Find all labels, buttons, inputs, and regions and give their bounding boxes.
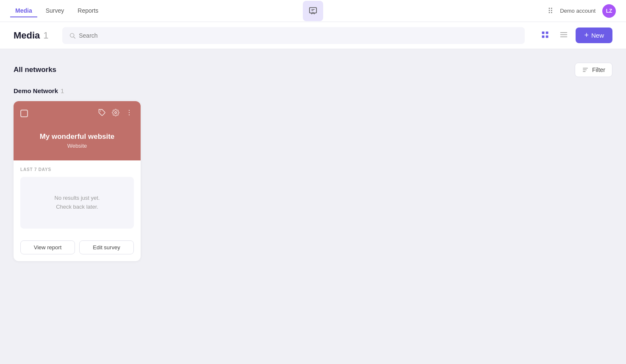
svg-rect-7: [542, 36, 545, 38]
nav-right: ⠿ Demo account LZ: [548, 4, 616, 18]
svg-point-19: [129, 112, 130, 113]
filter-label: Filter: [592, 66, 605, 73]
more-icon: [125, 109, 133, 116]
more-button[interactable]: [125, 108, 134, 119]
svg-point-18: [129, 110, 130, 111]
svg-point-20: [129, 114, 130, 115]
empty-line1: No results just yet.: [55, 195, 100, 201]
card-header-icons: [97, 108, 134, 119]
search-bar[interactable]: [62, 27, 525, 44]
svg-rect-8: [546, 36, 548, 38]
page-title: Media: [14, 30, 40, 41]
card-header: My wonderful website Website: [14, 101, 141, 160]
search-icon: [69, 32, 76, 39]
new-button[interactable]: + New: [576, 28, 612, 43]
card-subtitle: Website: [20, 143, 134, 149]
grid-view-icon: [541, 30, 549, 39]
cards-grid: My wonderful website Website LAST 7 DAYS…: [14, 101, 612, 261]
tag-icon: [98, 109, 106, 116]
view-list-button[interactable]: [557, 28, 571, 43]
svg-point-17: [115, 112, 117, 114]
card-body: LAST 7 DAYS No results just yet. Check b…: [14, 160, 141, 235]
page-count: 1: [43, 30, 48, 41]
filter-button[interactable]: Filter: [575, 63, 612, 77]
nav-tabs: Media Survey Reports: [10, 5, 548, 17]
card-footer: View report Edit survey: [14, 235, 141, 261]
view-grid-button[interactable]: [538, 28, 552, 43]
network-count: 1: [61, 87, 64, 94]
search-input[interactable]: [79, 32, 518, 39]
card-period: LAST 7 DAYS: [20, 167, 134, 172]
plus-icon: +: [584, 31, 589, 40]
chat-button[interactable]: [303, 1, 323, 21]
section-title: All networks: [14, 66, 56, 74]
nav-tab-media[interactable]: Media: [10, 5, 37, 17]
page-header: Media 1 + New: [0, 22, 626, 49]
list-view-icon: [560, 30, 568, 39]
apps-icon[interactable]: ⠿: [548, 6, 553, 16]
section-header: All networks Filter: [14, 63, 612, 77]
nav-tab-reports[interactable]: Reports: [72, 5, 103, 17]
svg-point-16: [100, 110, 101, 111]
main-content: All networks Filter Demo Network1: [0, 49, 626, 288]
filter-icon: [582, 66, 589, 73]
svg-rect-6: [546, 32, 548, 34]
card-title-section: My wonderful website Website: [20, 132, 134, 149]
card-checkbox[interactable]: [20, 110, 28, 117]
network-section: Demo Network1: [14, 87, 612, 261]
nav-tab-survey[interactable]: Survey: [41, 5, 69, 17]
card-empty-state: No results just yet. Check back later.: [20, 177, 134, 229]
tag-button[interactable]: [97, 108, 107, 119]
card-header-top: [20, 108, 134, 119]
card-title: My wonderful website: [20, 132, 134, 141]
svg-line-4: [73, 36, 75, 38]
media-card: My wonderful website Website LAST 7 DAYS…: [14, 101, 141, 261]
edit-survey-button[interactable]: Edit survey: [79, 240, 134, 254]
view-report-button[interactable]: View report: [20, 240, 75, 254]
account-label[interactable]: Demo account: [560, 8, 596, 14]
top-nav: Media Survey Reports ⠿ Demo account LZ: [0, 0, 626, 22]
settings-button[interactable]: [111, 108, 120, 119]
chat-icon: [308, 6, 318, 16]
header-actions: + New: [538, 28, 612, 43]
settings-icon: [112, 109, 119, 116]
avatar[interactable]: LZ: [602, 4, 616, 18]
nav-center: [303, 1, 323, 21]
empty-line2: Check back later.: [56, 204, 98, 210]
network-title: Demo Network1: [14, 87, 612, 94]
new-button-label: New: [591, 32, 604, 39]
svg-rect-5: [542, 32, 545, 34]
